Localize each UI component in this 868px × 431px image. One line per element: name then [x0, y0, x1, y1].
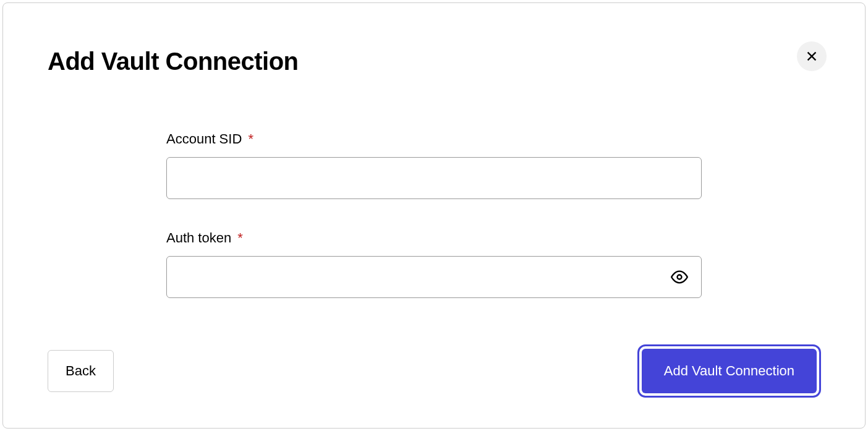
close-icon — [805, 49, 819, 63]
svg-point-2 — [678, 275, 682, 280]
auth-token-input[interactable] — [166, 256, 702, 298]
auth-token-label: Auth token * — [166, 230, 702, 246]
required-indicator: * — [237, 230, 243, 245]
required-indicator: * — [248, 131, 253, 147]
eye-icon — [671, 268, 688, 286]
account-sid-input-wrapper — [166, 157, 702, 199]
auth-token-label-text: Auth token — [166, 230, 231, 245]
auth-token-input-wrapper — [166, 256, 702, 298]
modal-footer: Back Add Vault Connection — [48, 349, 820, 393]
show-password-button[interactable] — [668, 266, 691, 288]
modal-header: Add Vault Connection — [48, 48, 820, 75]
account-sid-group: Account SID * — [166, 131, 702, 199]
account-sid-label: Account SID * — [166, 131, 702, 147]
account-sid-label-text: Account SID — [166, 131, 242, 147]
account-sid-input[interactable] — [166, 157, 702, 199]
form-body: Account SID * Auth token * — [48, 131, 820, 329]
modal-title: Add Vault Connection — [48, 48, 299, 75]
auth-token-group: Auth token * — [166, 230, 702, 298]
add-vault-connection-modal: Add Vault Connection Account SID * Auth … — [2, 2, 866, 429]
close-button[interactable] — [797, 41, 827, 71]
back-button[interactable]: Back — [48, 350, 114, 392]
add-vault-connection-button[interactable]: Add Vault Connection — [642, 349, 817, 393]
